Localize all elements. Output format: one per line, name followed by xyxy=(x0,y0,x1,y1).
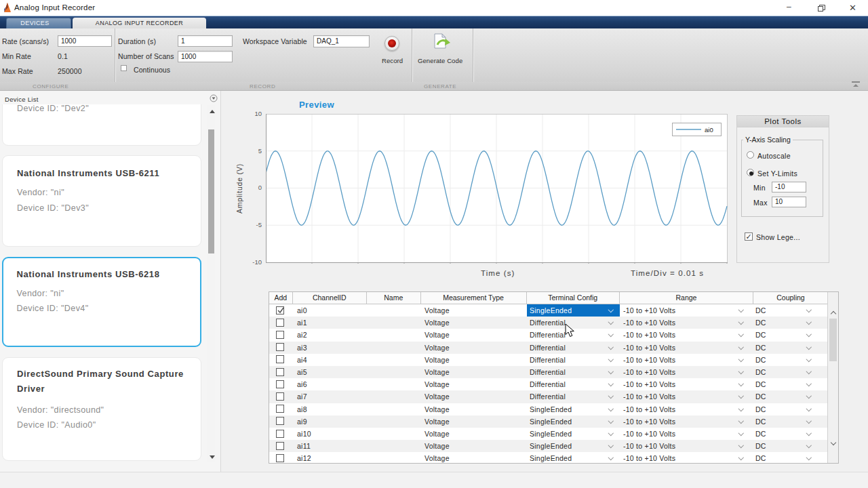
svg-text:ai0: ai0 xyxy=(705,126,713,134)
